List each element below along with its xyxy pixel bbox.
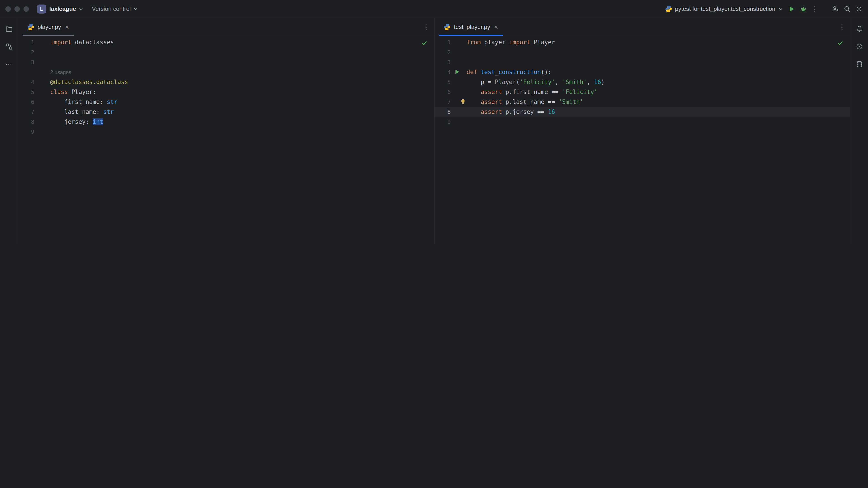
- code-line[interactable]: 2: [434, 47, 850, 57]
- code-line[interactable]: 9: [18, 127, 434, 136]
- code-line[interactable]: 2: [18, 47, 434, 57]
- tab-test-player-py[interactable]: test_player.py ×: [439, 18, 503, 36]
- code-text: from player import Player: [467, 39, 555, 45]
- more-tool-windows-button[interactable]: ⋯: [2, 58, 15, 70]
- line-number[interactable]: 6: [18, 98, 36, 105]
- intention-bulb-icon[interactable]: [460, 99, 466, 104]
- more-actions-button[interactable]: ⋮: [811, 5, 818, 12]
- code-line[interactable]: 6 first_name: str: [18, 97, 434, 107]
- project-name: laxleague: [49, 5, 76, 12]
- structure-tool-button[interactable]: [2, 40, 15, 53]
- search-everywhere-button[interactable]: [844, 5, 851, 12]
- gutter-slot: [36, 67, 50, 77]
- line-number[interactable]: 9: [18, 128, 36, 135]
- code-text: last_name: str: [50, 108, 114, 115]
- line-number[interactable]: 2: [18, 48, 36, 55]
- gutter-slot: [453, 87, 467, 97]
- settings-button[interactable]: [855, 5, 863, 12]
- code-line[interactable]: 4@dataclasses.dataclass: [18, 77, 434, 87]
- code-line[interactable]: 8 assert p.jersey == 16: [434, 107, 850, 117]
- run-configuration-selector[interactable]: pytest for test_player.test_construction: [665, 5, 783, 12]
- line-number[interactable]: 1: [434, 39, 453, 45]
- line-number[interactable]: 2: [434, 48, 453, 55]
- gutter-slot: [36, 57, 50, 67]
- line-number[interactable]: 7: [434, 98, 453, 105]
- code-area-player[interactable]: 1import dataclasses232 usages4@dataclass…: [18, 36, 434, 244]
- notifications-button[interactable]: [853, 23, 866, 35]
- editor-split: player.py × ⋮ 1import dataclasses232 usa…: [18, 18, 850, 244]
- tab-label: player.py: [37, 24, 61, 30]
- code-text: assert p.first_name == 'Felicity': [467, 88, 597, 95]
- gutter-slot: [453, 47, 467, 57]
- pytest-icon: [665, 5, 672, 12]
- code-text: assert p.last_name == 'Smith': [467, 98, 583, 105]
- line-number[interactable]: 3: [434, 59, 453, 65]
- line-number[interactable]: 5: [18, 88, 36, 95]
- code-area-test-player[interactable]: 1from player import Player234def test_co…: [434, 36, 850, 244]
- code-text: assert p.jersey == 16: [467, 108, 555, 115]
- line-number[interactable]: 8: [434, 108, 453, 115]
- tab-label: test_player.py: [454, 24, 490, 30]
- left-tool-strip: ⋯: [0, 18, 18, 244]
- window-controls: [5, 6, 29, 11]
- code-line[interactable]: 8 jersey: int: [18, 117, 434, 127]
- line-number[interactable]: 5: [434, 78, 453, 85]
- code-line[interactable]: 5 p = Player('Felicity', 'Smith', 16): [434, 77, 850, 87]
- line-number[interactable]: 3: [18, 59, 36, 65]
- ai-assistant-tool-button[interactable]: [853, 40, 866, 53]
- gutter-slot: [453, 37, 467, 47]
- code-text: def test_construction():: [467, 68, 552, 75]
- code-text: first_name: str: [50, 98, 117, 105]
- tab-player-py[interactable]: player.py ×: [23, 18, 74, 36]
- code-line[interactable]: 9: [434, 117, 850, 127]
- project-tool-button[interactable]: [2, 23, 15, 35]
- vcs-widget[interactable]: Version control: [92, 5, 138, 12]
- code-line[interactable]: 5class Player:: [18, 87, 434, 97]
- line-number[interactable]: 6: [434, 88, 453, 95]
- vcs-label: Version control: [92, 5, 131, 12]
- line-number[interactable]: 8: [18, 118, 36, 125]
- code-line[interactable]: 4def test_construction():: [434, 67, 850, 77]
- database-tool-button[interactable]: [853, 58, 866, 70]
- maximize-window-button[interactable]: [24, 6, 29, 11]
- code-line[interactable]: 1from player import Player: [434, 37, 850, 47]
- code-text: jersey: int: [50, 118, 103, 125]
- code-line[interactable]: 7 assert p.last_name == 'Smith': [434, 97, 850, 107]
- line-number[interactable]: 9: [434, 118, 453, 125]
- close-tab-icon[interactable]: ×: [494, 24, 498, 30]
- python-file-icon: [443, 23, 451, 31]
- code-line[interactable]: 3: [18, 57, 434, 67]
- tab-list-options-icon[interactable]: ⋮: [839, 23, 845, 31]
- debug-button[interactable]: [800, 5, 807, 12]
- close-tab-icon[interactable]: ×: [65, 24, 69, 30]
- editor-pane-player: player.py × ⋮ 1import dataclasses232 usa…: [18, 18, 434, 244]
- gutter-slot: [453, 77, 467, 87]
- gutter-slot: [453, 57, 467, 67]
- code-line[interactable]: 7 last_name: str: [18, 107, 434, 117]
- code-with-me-button[interactable]: [832, 5, 839, 12]
- line-number[interactable]: 1: [18, 39, 36, 45]
- inlay-hint-row[interactable]: 2 usages: [18, 67, 434, 77]
- run-configuration-name: pytest for test_player.test_construction: [675, 5, 775, 12]
- gutter-slot: [453, 97, 467, 107]
- line-number[interactable]: 4: [18, 78, 36, 85]
- project-widget[interactable]: laxleague: [49, 5, 84, 12]
- code-text: p = Player('Felicity', 'Smith', 16): [467, 78, 604, 85]
- inspection-ok-icon[interactable]: [421, 40, 428, 46]
- minimize-window-button[interactable]: [14, 6, 20, 11]
- chevron-down-icon: [133, 6, 138, 11]
- gutter-slot: [36, 77, 50, 87]
- tab-list-options-icon[interactable]: ⋮: [423, 23, 430, 31]
- run-button[interactable]: [788, 5, 795, 12]
- inspection-ok-icon[interactable]: [837, 40, 844, 46]
- line-number[interactable]: 7: [18, 108, 36, 115]
- chevron-down-icon: [778, 6, 783, 11]
- code-line[interactable]: 1import dataclasses: [18, 37, 434, 47]
- close-window-button[interactable]: [5, 6, 11, 11]
- run-test-gutter-icon[interactable]: [454, 69, 460, 74]
- code-line[interactable]: 6 assert p.first_name == 'Felicity': [434, 87, 850, 97]
- line-number[interactable]: 4: [434, 68, 453, 75]
- gutter-slot: [453, 67, 467, 77]
- code-line[interactable]: 3: [434, 57, 850, 67]
- usages-inlay-hint[interactable]: 2 usages: [50, 69, 71, 75]
